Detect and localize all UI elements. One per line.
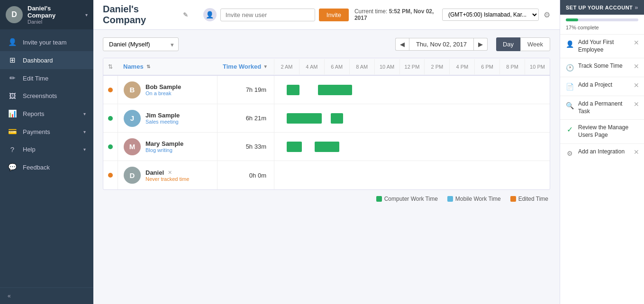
company-title: Daniel's Company ✎ xyxy=(103,4,188,26)
setup-item-perm-task[interactable]: 🔍 Add a Permanent Task ✕ xyxy=(560,96,644,119)
name-sort-icon: ⇅ xyxy=(146,64,150,69)
legend-item: Edited Time xyxy=(510,196,548,202)
row-name-cell: B Bob Sample On a break xyxy=(118,76,217,104)
controls-row: Daniel (Myself) ▾ ◀ Thu, Nov 02, 2017 ▶ … xyxy=(103,37,550,51)
sidebar-item-payments[interactable]: 💳 Payments ▾ xyxy=(0,123,93,141)
date-navigation: ◀ Thu, Nov 02, 2017 ▶ xyxy=(395,38,488,51)
setup-item-add-employee[interactable]: 👤 Add Your First Employee ✕ xyxy=(560,34,644,58)
progress-bar-wrap xyxy=(560,15,644,23)
hour-label: 2 PM xyxy=(424,59,449,74)
table-row: D Daniel ✕ Never tracked time 0h 0m xyxy=(103,161,550,189)
setup-item-icon: ⚙ xyxy=(565,149,574,158)
timeline-bar xyxy=(318,85,352,95)
row-status-text: On a break xyxy=(145,90,181,96)
setup-item-icon: 📄 xyxy=(565,82,574,91)
legend-color-dot xyxy=(510,196,516,202)
setup-header: SET UP YOUR ACCOUNT » xyxy=(560,0,644,15)
screenshots-icon: 🖼 xyxy=(8,92,17,100)
hour-label: 4 AM xyxy=(299,59,324,74)
row-name-cell: J Jim Sample Sales meeting xyxy=(118,104,217,132)
sidebar-item-label: Dashboard xyxy=(23,57,86,64)
sidebar-item-dashboard[interactable]: ⊞ Dashboard xyxy=(0,51,93,69)
timeline-bar xyxy=(315,142,340,152)
sidebar-item-screenshots[interactable]: 🖼 Screenshots xyxy=(0,87,93,105)
legend-item: Computer Work Time xyxy=(376,196,438,202)
row-name-text: Jim Sample xyxy=(145,112,180,119)
setup-item-close-button[interactable]: ✕ xyxy=(634,63,639,70)
setup-expand-icon[interactable]: » xyxy=(635,4,638,11)
hour-label: 6 PM xyxy=(474,59,499,74)
row-time-cell: 5h 33m xyxy=(217,133,274,161)
dashboard-content: Daniel (Myself) ▾ ◀ Thu, Nov 02, 2017 ▶ … xyxy=(93,30,560,304)
sidebar-item-edittime[interactable]: ✏ Edit Time xyxy=(0,69,93,87)
setup-item-label: Track Some Time xyxy=(578,63,630,70)
setup-item-close-button[interactable]: ✕ xyxy=(634,148,639,156)
feedback-icon: 💬 xyxy=(8,163,17,171)
timezone-select[interactable]: (GMT+05:00) Islamabad, Kar... xyxy=(442,9,539,21)
timeline-hours: 2 AM4 AM6 AM8 AM10 AM12 PM2 PM4 PM6 PM8 … xyxy=(274,59,550,74)
header-name-col[interactable]: Names ⇅ xyxy=(118,58,217,75)
sidebar-item-label: Invite your team xyxy=(23,39,86,46)
row-timeline-cell xyxy=(274,133,550,161)
sidebar-username: Daniel xyxy=(27,19,81,25)
company-title-text: Daniel's Company xyxy=(103,4,180,26)
sidebar-item-label: Help xyxy=(23,146,78,153)
setup-item-label: Review the Manage Users Page xyxy=(578,124,639,139)
week-view-button[interactable]: Week xyxy=(520,37,550,51)
row-name-info: Mary Sample Blog writing xyxy=(145,140,183,153)
timezone-settings-icon[interactable]: ⚙ xyxy=(544,10,550,19)
legend-color-dot xyxy=(376,196,382,202)
row-name-info: Jim Sample Sales meeting xyxy=(145,112,180,125)
row-avatar: M xyxy=(124,138,141,155)
setup-item-review-users[interactable]: ✓ Review the Manage Users Page xyxy=(560,119,644,143)
hour-label: 10 PM xyxy=(525,59,550,74)
sidebar-item-reports[interactable]: 📊 Reports ▾ xyxy=(0,105,93,123)
timeline-bar xyxy=(287,85,299,95)
sidebar-chevron-icon: ▾ xyxy=(85,12,88,18)
remove-row-button[interactable]: ✕ xyxy=(168,170,172,176)
sidebar-arrow-icon: ▾ xyxy=(83,147,86,152)
setup-item-integration[interactable]: ⚙ Add an Integration ✕ xyxy=(560,143,644,162)
row-status-indicator xyxy=(103,133,118,161)
legend-label: Mobile Work Time xyxy=(455,196,501,202)
row-status-text: Sales meeting xyxy=(145,119,180,125)
invite-button[interactable]: Invite xyxy=(319,9,349,21)
legend-label: Computer Work Time xyxy=(384,196,438,202)
hour-label: 4 PM xyxy=(449,59,474,74)
invite-input[interactable] xyxy=(220,9,315,21)
sidebar-collapse-button[interactable]: « xyxy=(0,287,93,304)
row-avatar: D xyxy=(124,167,141,184)
setup-item-close-button[interactable]: ✕ xyxy=(634,81,639,89)
topbar: Daniel's Company ✎ 👤 Invite Current time… xyxy=(93,0,560,30)
setup-items-list: 👤 Add Your First Employee ✕ 🕐 Track Some… xyxy=(560,34,644,162)
row-name-cell: M Mary Sample Blog writing xyxy=(118,133,217,161)
sidebar-item-feedback[interactable]: 💬 Feedback xyxy=(0,158,93,176)
edit-company-icon[interactable]: ✎ xyxy=(183,11,188,18)
invite-section: 👤 Invite xyxy=(203,8,349,21)
legend: Computer Work Time Mobile Work Time Edit… xyxy=(103,196,550,202)
setup-item-close-button[interactable]: ✕ xyxy=(634,39,639,46)
row-status-text: Never tracked time xyxy=(145,176,189,182)
sidebar-item-help[interactable]: ? Help ▾ xyxy=(0,141,93,158)
sidebar-item-label: Payments xyxy=(23,128,78,135)
user-select[interactable]: Daniel (Myself) xyxy=(103,37,179,51)
setup-title: SET UP YOUR ACCOUNT xyxy=(566,5,633,10)
day-view-button[interactable]: Day xyxy=(496,37,520,51)
user-select-wrapper: Daniel (Myself) ▾ xyxy=(103,37,179,51)
setup-item-track-time[interactable]: 🕐 Track Some Time ✕ xyxy=(560,58,644,77)
setup-item-close-button[interactable]: ✕ xyxy=(634,100,639,108)
sidebar-header[interactable]: D Daniel's Company Daniel ▾ xyxy=(0,0,93,29)
date-prev-button[interactable]: ◀ xyxy=(395,38,409,51)
sidebar-item-label: Reports xyxy=(23,110,78,117)
dashboard-icon: ⊞ xyxy=(8,56,17,64)
header-time-col[interactable]: Time Worked ▼ xyxy=(217,58,274,75)
date-next-button[interactable]: ▶ xyxy=(474,38,488,51)
sort-icon[interactable]: ⇅ xyxy=(103,58,118,75)
setup-item-add-project[interactable]: 📄 Add a Project ✕ xyxy=(560,77,644,96)
sidebar-item-invite[interactable]: 👤 Invite your team xyxy=(0,33,93,51)
header-status-col: ⇅ xyxy=(103,58,118,75)
status-dot xyxy=(108,144,113,149)
sidebar-arrow-icon: ▾ xyxy=(83,111,86,116)
sidebar-company-name: Daniel's Company xyxy=(27,5,81,19)
setup-item-label: Add Your First Employee xyxy=(578,39,630,54)
